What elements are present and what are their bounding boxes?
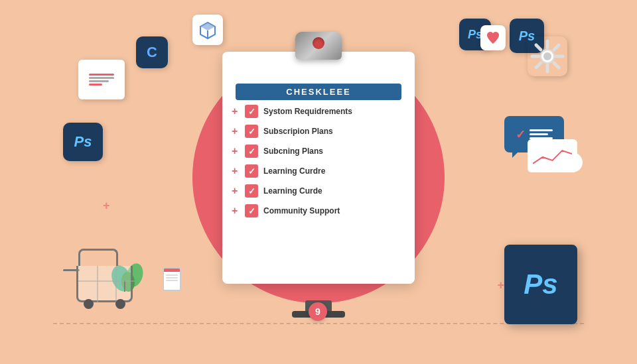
item-text-4: Learning Curdre [263,166,325,176]
shopping-cart [63,266,149,319]
svg-line-10 [554,63,559,68]
clipboard: CHESKLEEE + ✓ Systom Requidrements + ✓ S… [222,32,415,284]
notebook [163,267,181,291]
ps-icon-left: Ps [63,123,103,161]
checkmark-5: ✓ [248,186,255,196]
clipboard-clip [295,32,342,60]
svg-point-4 [543,52,551,60]
checkbox-2: ✓ [245,125,258,138]
mini-chart [528,139,577,172]
ps-box-main: Ps [504,245,577,324]
document-icon [78,60,125,99]
svg-marker-1 [200,23,215,30]
checkbox-3: ✓ [245,145,258,158]
checkbox-5: ✓ [245,184,258,198]
plus-icon-2: + [232,125,240,137]
svg-line-11 [554,45,559,50]
checkbox-6: ✓ [245,204,258,217]
c-icon: C [136,36,168,68]
item-text-3: Subcning Plans [263,147,323,156]
deco-plus-2: + [103,199,110,213]
number-badge: 9 [309,302,327,321]
ps-box-label: Ps [524,269,557,300]
checkbox-4: ✓ [245,164,258,178]
checklist-title: CHESKLEEE [236,84,401,100]
clipboard-body: CHESKLEEE + ✓ Systom Requidrements + ✓ S… [222,52,415,284]
checkmark-2: ✓ [248,127,255,137]
checkbox-1: ✓ [245,105,258,118]
box-icon [192,15,223,45]
ps-left-label: Ps [74,133,92,151]
checklist-item-4: + ✓ Learning Curdre [232,164,408,178]
checklist-item-6: + ✓ Community Support [232,204,408,217]
bubble-check-icon: ✓ [516,127,526,142]
bubble-lines [530,129,553,139]
svg-line-9 [536,45,541,50]
checklist-item-5: + ✓ Learning Curde [232,184,408,198]
main-illustration: + + + + C Ps Ps [0,0,637,364]
c-label: C [147,44,157,61]
dashed-line [53,323,584,324]
heart-icon [480,25,506,50]
checkmark-3: ✓ [248,147,255,156]
gear-icon [528,36,567,76]
plus-icon-4: + [232,165,240,177]
item-text-1: Systom Requidrements [263,107,352,116]
checklist-item-2: + ✓ Subscripion Plans [232,125,408,138]
svg-line-12 [536,63,541,68]
checkmark-6: ✓ [248,206,255,216]
plus-icon-6: + [232,205,240,217]
plus-icon-3: + [232,145,240,157]
checkmark-4: ✓ [248,166,255,176]
plus-icon-1: + [232,105,240,117]
checkmark-1: ✓ [248,107,255,117]
deco-plus-4: + [497,278,504,292]
checklist-items: + ✓ Systom Requidrements + ✓ Subscripion… [232,105,408,224]
checklist-item-3: + ✓ Subcning Plans [232,145,408,158]
item-text-2: Subscripion Plans [263,127,333,136]
plus-icon-5: + [232,185,240,197]
checklist-item-1: + ✓ Systom Requidrements [232,105,408,118]
item-text-6: Community Support [263,206,340,215]
item-text-5: Learning Curde [263,186,322,196]
